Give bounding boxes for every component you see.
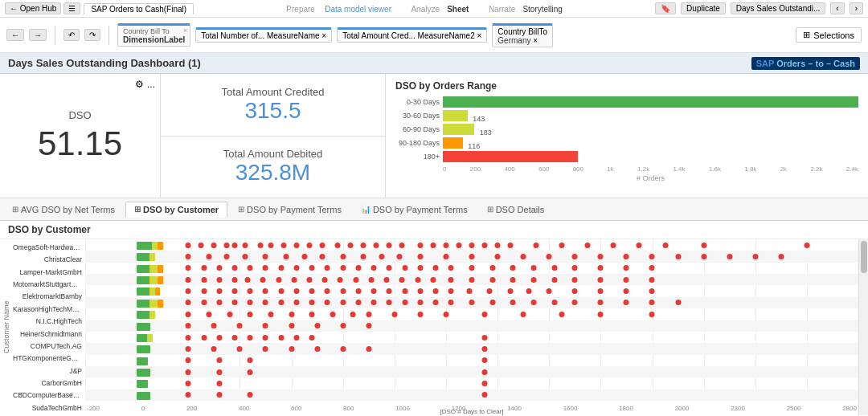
scatter-row — [85, 285, 858, 296]
bookmark-button[interactable]: 🔖 — [655, 2, 676, 14]
current-tab-button[interactable]: Days Sales Outstandi... — [731, 2, 826, 14]
credit-label: Total Amount Credited — [222, 86, 325, 98]
customer-name: COMPUTech.AG — [13, 340, 85, 352]
scatter-dot — [355, 300, 361, 305]
measure2-label-chip[interactable]: Total Amount Cred... MeasureName2 × — [337, 27, 487, 43]
tab-dso-payment-terms[interactable]: ⊞DSO by Payment Terms — [229, 202, 350, 218]
scatter-dot — [340, 300, 346, 305]
scatter-dot — [572, 265, 578, 271]
scatter-dot — [186, 323, 191, 328]
storytelling-label[interactable]: Storytelling — [522, 5, 562, 14]
dimension-label-chip[interactable]: Country Bill To DimensionLabel × — [117, 23, 190, 47]
scatter-dot — [469, 254, 475, 259]
toolbar2-redo[interactable]: ↷ — [84, 29, 100, 41]
scatter-dot — [448, 277, 454, 283]
scatter-dot — [649, 300, 655, 305]
menu-button[interactable]: ☰ — [63, 2, 80, 14]
scatter-dot — [379, 254, 384, 259]
tab-dso-details[interactable]: ⊞DSO Details — [478, 202, 554, 218]
scatter-dot — [260, 277, 266, 283]
tab-icon: ⊞ — [12, 205, 18, 214]
app-tab[interactable]: SAP Orders to Cash(Final) — [84, 3, 194, 14]
scatter-dot — [201, 277, 207, 283]
dashboard-title: Days Sales Outstanding Dashboard (1) — [8, 57, 201, 69]
scatter-dot — [430, 243, 436, 248]
dso-title: DSO — [68, 109, 91, 121]
scatter-dot — [186, 335, 191, 341]
x-bottom-label: [DSO # Days to Clear] — [85, 408, 858, 415]
data-model-viewer-link[interactable]: Data model viewer — [325, 5, 391, 14]
scatter-dot — [340, 265, 346, 271]
scatter-dot — [186, 392, 191, 398]
bar-segment — [149, 288, 155, 296]
dso-settings-icon[interactable]: ⚙ — [135, 79, 144, 90]
bar-fill[interactable] — [443, 137, 463, 149]
toolbar2-nav2[interactable]: → — [29, 29, 47, 41]
toolbar2-nav1[interactable]: ← — [6, 29, 24, 41]
scatter-dot — [216, 277, 222, 283]
nav-back-button[interactable]: ‹ — [830, 2, 844, 14]
dso-orders-bar-chart: 0-30 Days 30-60 Days 143 60-90 Days 183 … — [395, 96, 858, 162]
scatter-dot — [417, 312, 423, 317]
scatter-dot — [397, 254, 403, 259]
back-button[interactable]: ← Open Hub — [5, 2, 61, 14]
customer-name: Lamper-MarktGmbH — [13, 266, 85, 278]
tab-label: AVG DSO by Net Terms — [21, 205, 115, 214]
x-tick: 200 — [470, 165, 481, 173]
scatter-dot — [482, 357, 488, 363]
bar-fill[interactable] — [443, 96, 858, 108]
scatter-dot — [258, 243, 264, 248]
scatter-dot — [443, 312, 448, 317]
scatter-dot — [293, 335, 299, 341]
bar-fill[interactable] — [443, 124, 474, 135]
scatter-dot — [306, 243, 312, 248]
scatter-dot — [366, 323, 371, 328]
scatter-dot — [466, 288, 472, 294]
scatter-dot — [559, 243, 565, 248]
tab-dso-payment-terms2[interactable]: 📊DSO by Payment Terms — [352, 202, 477, 218]
tab-label: DSO Details — [496, 205, 545, 214]
scatter-dot — [216, 300, 222, 305]
scatter-dot — [752, 254, 758, 259]
scatter-dot — [402, 300, 407, 305]
scatter-row — [85, 355, 858, 366]
toolbar-center: Prepare Data model viewer Analyze Sheet … — [197, 4, 652, 14]
scatter-dot — [387, 300, 392, 305]
scrollbar-thumb[interactable] — [861, 241, 867, 273]
scatter-dot — [325, 288, 330, 294]
scatter-dot — [624, 265, 629, 271]
sheet-label[interactable]: Sheet — [447, 5, 469, 14]
selections-label: Selections — [813, 31, 854, 40]
nav-fwd-button[interactable]: › — [850, 2, 863, 14]
measure-close-icon[interactable]: × — [321, 31, 326, 40]
scatter-dot — [526, 288, 531, 294]
dim-close-icon[interactable]: × — [183, 27, 187, 35]
tab-avg-dso[interactable]: ⊞AVG DSO by Net Terms — [3, 202, 124, 218]
scatter-dot — [371, 265, 377, 271]
prepare-label: Prepare — [286, 5, 315, 14]
toolbar2-undo[interactable]: ↶ — [63, 29, 80, 41]
bar-fill[interactable] — [443, 151, 578, 162]
duplicate-button[interactable]: Duplicate — [681, 2, 726, 14]
scatter-dot — [598, 288, 604, 294]
scatter-dot — [399, 243, 405, 248]
bar-segment — [137, 253, 150, 261]
bar-segment — [147, 334, 153, 342]
scrollbar-area — [858, 239, 868, 415]
country-close-icon[interactable]: × — [533, 36, 538, 45]
scatter-dot — [309, 335, 315, 341]
measure-label-top: Total Number of... — [201, 31, 264, 40]
dso-dots-icon[interactable]: ... — [147, 79, 155, 90]
measure-label-chip[interactable]: Total Number of... MeasureName × — [195, 27, 332, 43]
selections-button[interactable]: ⊞ Selections — [796, 27, 862, 43]
scatter-row — [85, 320, 858, 332]
measure2-close-icon[interactable]: × — [477, 31, 482, 40]
scatter-dot — [248, 357, 253, 363]
scatter-dot — [340, 254, 346, 259]
scatter-dot — [186, 300, 191, 305]
country-filter-chip[interactable]: Country BillTo Germany × — [492, 23, 553, 47]
tab-dso-customer[interactable]: ⊞DSO by Customer — [125, 202, 227, 218]
scatter-dot — [263, 323, 268, 328]
bar-fill[interactable] — [443, 110, 468, 121]
scatter-dot — [443, 243, 448, 248]
